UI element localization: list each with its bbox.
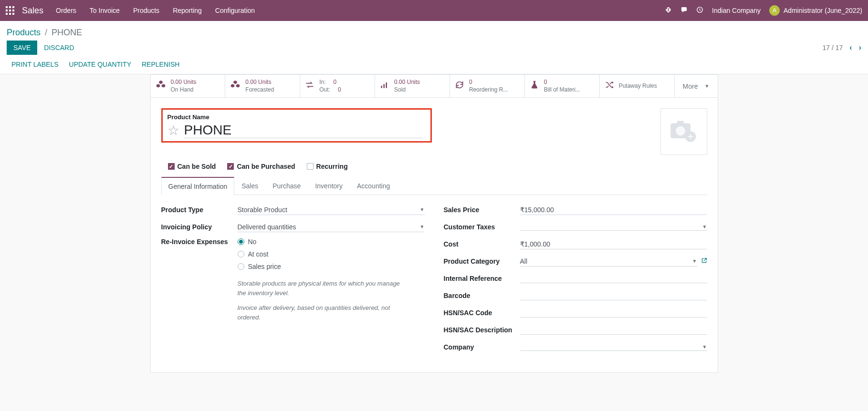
exchange-icon: [305, 80, 314, 92]
company-name[interactable]: Indian Company: [712, 7, 761, 14]
left-column: Product Type Storable Product ▼ Invoicin…: [161, 204, 425, 358]
radio-label: Sales price: [248, 263, 281, 270]
update-quantity-button[interactable]: UPDATE QUANTITY: [69, 61, 131, 68]
stat-label: Bill of Materi...: [544, 86, 580, 94]
cost-label: Cost: [444, 240, 520, 248]
pager-next-icon[interactable]: ›: [859, 43, 861, 52]
product-name-input[interactable]: [184, 123, 423, 138]
tab-general-info[interactable]: General Information: [161, 177, 235, 195]
favorite-star-icon[interactable]: ☆: [167, 124, 179, 137]
breadcrumb-root[interactable]: Products: [7, 28, 41, 37]
pager-prev-icon[interactable]: ‹: [849, 43, 852, 52]
form-grid: Product Type Storable Product ▼ Invoicin…: [161, 204, 707, 358]
external-link-icon[interactable]: [701, 257, 707, 265]
barcode-input[interactable]: [520, 291, 707, 300]
caret-down-icon: ▼: [705, 83, 710, 89]
company-label: Company: [444, 343, 520, 351]
stat-onhand[interactable]: 0.00 Units On Hand: [151, 75, 226, 97]
check-recurring[interactable]: Recurring: [307, 163, 348, 170]
stat-value: 0.00 Units: [171, 79, 197, 86]
stat-label: On Hand: [171, 86, 197, 94]
stat-value: 0.00 Units: [394, 79, 420, 86]
internal-ref-input[interactable]: [520, 274, 707, 283]
caret-down-icon: ▼: [420, 207, 425, 212]
radio-label: At cost: [248, 250, 269, 258]
tab-purchase[interactable]: Purchase: [265, 177, 308, 195]
checkbox-icon: ✓: [227, 163, 234, 170]
save-button[interactable]: SAVE: [7, 41, 37, 55]
category-select[interactable]: All ▼: [520, 257, 697, 267]
bar-chart-icon: [380, 80, 389, 92]
nav-links: Orders To Invoice Products Reporting Con…: [56, 7, 255, 14]
chat-icon[interactable]: [680, 6, 688, 15]
reinvoice-label: Re-Invoice Expenses: [161, 238, 238, 246]
top-nav: Sales Orders To Invoice Products Reporti…: [0, 0, 868, 21]
more-label: More: [683, 82, 698, 90]
product-type-label: Product Type: [161, 206, 238, 214]
company-select[interactable]: ▼: [520, 343, 707, 351]
stat-inout[interactable]: In: 0 Out: 0: [300, 75, 375, 97]
tab-inventory[interactable]: Inventory: [308, 177, 350, 195]
refresh-icon: [455, 80, 464, 92]
replenish-button[interactable]: REPLENISH: [142, 61, 179, 68]
nav-link-configuration[interactable]: Configuration: [215, 7, 255, 14]
sales-price-input[interactable]: ₹15,000.00: [520, 205, 707, 215]
nav-link-reporting[interactable]: Reporting: [173, 7, 202, 14]
radio-at-cost[interactable]: At cost: [238, 250, 425, 258]
breadcrumb: Products / PHONE: [7, 28, 861, 38]
right-column: Sales Price ₹15,000.00 Customer Taxes ▼: [444, 204, 707, 358]
hsn-code-input[interactable]: [520, 308, 707, 318]
caret-down-icon: ▼: [692, 258, 697, 264]
form-body: Product Name ☆: [151, 98, 718, 372]
nav-link-orders[interactable]: Orders: [56, 7, 76, 14]
tab-sales[interactable]: Sales: [234, 177, 265, 195]
cubes-icon: [156, 80, 166, 92]
hsn-desc-input[interactable]: [520, 325, 707, 335]
product-type-select[interactable]: Storable Product ▼: [238, 205, 425, 215]
nav-right: Indian Company A Administrator (June_202…: [665, 5, 862, 16]
discard-button[interactable]: DISCARD: [37, 41, 81, 55]
stat-bom[interactable]: 0 Bill of Materi...: [525, 75, 600, 97]
check-can-sold[interactable]: ✓ Can be Sold: [168, 163, 216, 170]
cubes-icon: [230, 80, 241, 92]
stat-reordering[interactable]: 0 Reordering R...: [450, 75, 525, 97]
check-label: Can be Purchased: [237, 163, 295, 170]
help-para-2: Invoice after delivery, based on quantit…: [238, 303, 409, 322]
cost-input[interactable]: ₹1,000.00: [520, 239, 707, 249]
action-row: SAVE DISCARD 17 / 17 ‹ ›: [7, 41, 861, 55]
product-form: 0.00 Units On Hand 0.00 Units Forecasted: [150, 74, 718, 373]
bug-icon[interactable]: [665, 6, 672, 15]
stat-label: Forecasted: [245, 86, 274, 94]
checkbox-icon: ✓: [168, 163, 175, 170]
stat-putaway[interactable]: Putaway Rules: [600, 75, 675, 97]
nav-link-toinvoice[interactable]: To Invoice: [90, 7, 120, 14]
svg-rect-3: [386, 82, 387, 88]
invoicing-policy-select[interactable]: Delivered quantities ▼: [238, 222, 425, 232]
stat-sold[interactable]: 0.00 Units Sold: [375, 75, 450, 97]
stat-label: Sold: [394, 86, 420, 94]
nav-link-products[interactable]: Products: [133, 7, 159, 14]
user-menu[interactable]: A Administrator (June_2022): [769, 5, 862, 16]
avatar: A: [769, 5, 780, 16]
customer-taxes-select[interactable]: ▼: [520, 223, 707, 231]
customer-taxes-label: Customer Taxes: [444, 223, 520, 231]
clock-icon[interactable]: [696, 6, 703, 15]
stat-buttons: 0.00 Units On Hand 0.00 Units Forecasted: [151, 75, 718, 98]
check-can-purchased[interactable]: ✓ Can be Purchased: [227, 163, 295, 170]
sales-price-label: Sales Price: [444, 206, 520, 214]
help-text: Storable products are physical items for…: [238, 279, 409, 322]
radio-no[interactable]: No: [238, 238, 425, 246]
apps-grid-icon[interactable]: [6, 6, 14, 15]
tab-accounting[interactable]: Accounting: [350, 177, 397, 195]
image-placeholder[interactable]: [660, 108, 707, 155]
stat-forecast[interactable]: 0.00 Units Forecasted: [225, 75, 300, 97]
sub-header: Products / PHONE SAVE DISCARD 17 / 17 ‹ …: [0, 21, 868, 74]
radio-sales-price[interactable]: Sales price: [238, 263, 425, 270]
print-labels-button[interactable]: PRINT LABELS: [11, 61, 59, 68]
stat-more[interactable]: More ▼: [675, 75, 718, 97]
secondary-actions: PRINT LABELS UPDATE QUANTITY REPLENISH: [7, 55, 861, 74]
breadcrumb-current: PHONE: [52, 28, 82, 37]
hsn-desc-label: HSN/SAC Description: [444, 326, 520, 334]
name-section: Product Name ☆: [161, 108, 707, 155]
svg-point-6: [676, 126, 685, 136]
